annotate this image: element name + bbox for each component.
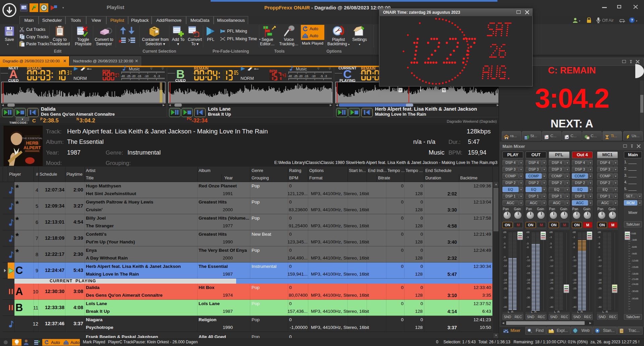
svg-text:HERB: HERB [26, 140, 39, 146]
svg-text:♦: ♦ [546, 136, 548, 139]
svg-text:ALPERT: ALPERT [23, 145, 41, 150]
svg-text:?: ? [631, 18, 633, 22]
svg-text:THE ESSENTIAL: THE ESSENTIAL [22, 137, 43, 140]
